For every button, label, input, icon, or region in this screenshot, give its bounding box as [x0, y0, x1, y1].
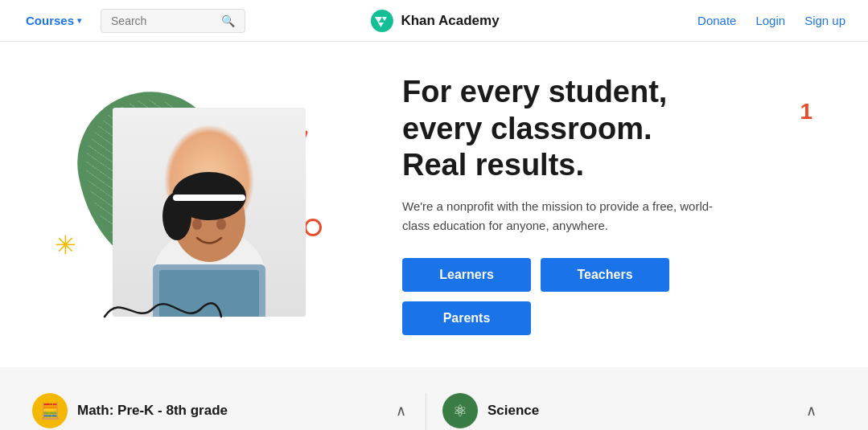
logo-icon: [368, 8, 394, 34]
deco-circle-icon: [304, 219, 322, 236]
parents-button[interactable]: Parents: [402, 301, 531, 335]
hero-buttons: Learners Teachers Parents: [402, 258, 788, 335]
courses-section: 🧮 Math: Pre-K - 8th grade ∧ Pre-K throug…: [0, 367, 868, 430]
math-collapse-button[interactable]: ∧: [393, 399, 409, 423]
nav-left: Courses ▾ 🔍: [19, 9, 245, 33]
courses-button[interactable]: Courses ▾: [19, 9, 88, 32]
hero-content: For every student, every classroom. Real…: [370, 74, 788, 335]
navbar: Courses ▾ 🔍 Khan Academy Donate Login Si…: [0, 0, 868, 42]
donate-link[interactable]: Donate: [694, 10, 739, 31]
svg-point-6: [192, 219, 202, 230]
hero-subtext: We're a nonprofit with the mission to pr…: [402, 197, 740, 235]
svg-point-7: [216, 219, 226, 230]
deco-scribble-icon: [97, 285, 225, 333]
deco-star-icon: ✳: [55, 232, 76, 258]
science-title-area: ⚛ Science: [442, 393, 539, 428]
learners-button[interactable]: Learners: [402, 258, 531, 292]
teachers-button[interactable]: Teachers: [541, 258, 669, 292]
math-header: 🧮 Math: Pre-K - 8th grade ∧: [32, 393, 409, 428]
math-title-area: 🧮 Math: Pre-K - 8th grade: [32, 393, 228, 428]
search-icon: 🔍: [221, 14, 235, 27]
hero-counter: 1: [800, 98, 812, 125]
logo-text: Khan Academy: [401, 13, 499, 29]
math-title: Math: Pre-K - 8th grade: [77, 403, 228, 419]
science-collapse-button[interactable]: ∧: [803, 399, 820, 423]
signup-link[interactable]: Sign up: [801, 10, 849, 31]
headline-line3: Real results.: [402, 148, 584, 182]
math-icon-glyph: 🧮: [40, 401, 60, 420]
courses-label: Courses: [26, 14, 74, 27]
svg-rect-5: [173, 195, 245, 201]
math-column: 🧮 Math: Pre-K - 8th grade ∧ Pre-K throug…: [32, 393, 426, 430]
science-header: ⚛ Science ∧: [442, 393, 820, 428]
login-link[interactable]: Login: [752, 10, 788, 31]
math-icon: 🧮: [32, 393, 68, 428]
hero-headline: For every student, every classroom. Real…: [402, 74, 788, 184]
science-column: ⚛ Science ∧ Middle school biology - NGSS…: [426, 393, 836, 430]
hero-section: ✳: [0, 42, 868, 367]
headline-line2: every classroom.: [402, 112, 652, 145]
science-title: Science: [487, 403, 539, 419]
nav-right: Donate Login Sign up: [694, 10, 849, 31]
search-input[interactable]: [111, 14, 215, 27]
hero-image-area: ✳: [32, 84, 370, 325]
logo-link[interactable]: Khan Academy: [368, 8, 499, 34]
science-icon: ⚛: [442, 393, 478, 428]
science-icon-glyph: ⚛: [453, 401, 467, 420]
chevron-down-icon: ▾: [77, 16, 81, 25]
headline-line1: For every student,: [402, 75, 667, 109]
search-bar: 🔍: [101, 9, 245, 33]
